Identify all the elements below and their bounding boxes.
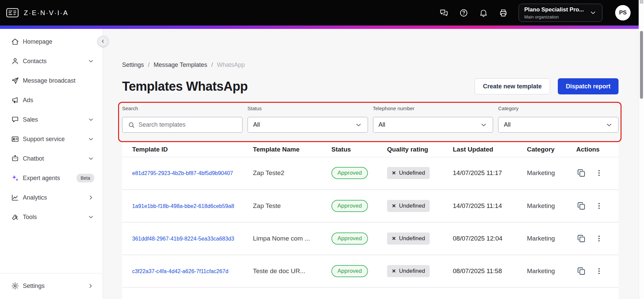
status-select[interactable]: All xyxy=(248,117,368,133)
title-actions: Create new template Dispatch report xyxy=(475,78,619,94)
filter-telephone-number: Telephone number All xyxy=(373,105,493,133)
cell-quality-rating: ✕ Undefined xyxy=(377,157,443,189)
chevron-down-icon xyxy=(480,121,487,129)
category-select[interactable]: All xyxy=(498,117,619,133)
cell-actions xyxy=(566,157,619,189)
home-icon xyxy=(11,38,19,46)
organization-selector[interactable]: Plano Specialist Pro... Main organizatio… xyxy=(519,4,602,22)
status-badge: Approved xyxy=(331,200,368,212)
sidebar-item-ads[interactable]: Ads xyxy=(0,90,103,110)
organization-texts: Plano Specialist Pro... Main organizatio… xyxy=(524,6,584,19)
scrollbar-corner xyxy=(640,0,643,4)
sidebar-item-label: Homepage xyxy=(23,38,52,45)
sidebar-item-label: Support service xyxy=(23,136,65,143)
chevron-down-icon xyxy=(605,121,613,129)
scrollbar-thumb[interactable] xyxy=(640,31,643,99)
row-menu-button[interactable] xyxy=(594,266,604,276)
cell-actions xyxy=(566,189,619,222)
page-title: Templates WhatsApp xyxy=(122,79,248,94)
chevron-down-icon xyxy=(355,121,362,129)
zenvia-logo[interactable]: Z·E·N·V·I·A xyxy=(5,6,68,20)
status-label: Status xyxy=(248,105,368,112)
sidebar-item-settings[interactable]: Settings xyxy=(0,276,102,296)
row-actions xyxy=(576,266,616,276)
main-content: Settings / Message Templates / WhatsApp … xyxy=(103,29,644,299)
cell-status: Approved xyxy=(321,222,377,255)
line-chart-icon xyxy=(11,194,19,202)
row-actions xyxy=(576,233,616,244)
sidebar-item-sales[interactable]: Sales xyxy=(0,110,103,129)
header-template-id: Template ID xyxy=(122,142,243,157)
filter-search: Search xyxy=(122,105,243,133)
sidebar-item-tools[interactable]: Tools xyxy=(0,207,103,227)
help-button[interactable] xyxy=(459,8,468,17)
sidebar-item-analytics[interactable]: Analytics xyxy=(0,188,103,207)
category-label: Category xyxy=(498,105,619,112)
cell-quality-rating: ✕ Undefined xyxy=(377,255,443,287)
copy-template-button[interactable] xyxy=(576,266,586,276)
table-row: 1a91e1bb-f18b-498a-bbe2-618d6ceb59a8 Zap… xyxy=(122,189,619,222)
kebab-menu-icon xyxy=(595,202,603,210)
status-badge: Approved xyxy=(331,167,368,179)
breadcrumb: Settings / Message Templates / WhatsApp xyxy=(122,61,644,69)
template-id-link[interactable]: 361ddf48-2967-41b9-8224-5ea33ca683d3 xyxy=(132,236,234,242)
id-card-icon xyxy=(11,135,19,143)
row-menu-button[interactable] xyxy=(594,168,604,178)
sidebar-settings-section: Settings xyxy=(0,273,102,299)
table-row: e81d2795-2923-4b2b-bf87-4bf5d9b90407 Zap… xyxy=(122,157,619,189)
tools-icon xyxy=(11,213,19,221)
sidebar-item-label: Sales xyxy=(23,116,38,123)
template-id-link[interactable]: c3f22a37-c4fa-4d42-a626-7f11cfac267d xyxy=(132,268,228,274)
create-new-template-button[interactable]: Create new template xyxy=(475,78,550,94)
sidebar-item-expert-agents[interactable]: Expert agents Beta xyxy=(0,168,103,188)
cell-status: Approved xyxy=(321,189,377,222)
sidebar-item-support-service[interactable]: Support service xyxy=(0,129,103,149)
print-button[interactable] xyxy=(499,8,508,17)
sidebar-collapse-button[interactable] xyxy=(98,36,108,47)
row-menu-button[interactable] xyxy=(594,201,604,211)
cell-actions xyxy=(566,255,619,287)
chevron-down-icon xyxy=(88,116,94,123)
kebab-menu-icon xyxy=(595,267,603,275)
topbar-actions xyxy=(439,8,508,17)
cell-last-updated: 08/07/2025 12:04 xyxy=(443,222,517,255)
category-select-value: All xyxy=(504,121,511,128)
search-control xyxy=(122,117,243,133)
user-avatar[interactable]: PS xyxy=(615,5,631,20)
breadcrumb-message-templates[interactable]: Message Templates xyxy=(154,61,207,69)
breadcrumb-settings[interactable]: Settings xyxy=(122,61,144,69)
templates-table: Template ID Template Name Status Quality… xyxy=(122,142,619,299)
zenvia-logo-text: Z·E·N·V·I·A xyxy=(24,9,68,17)
topbar: Z·E·N·V·I·A xyxy=(0,0,644,26)
sidebar-item-homepage[interactable]: Homepage xyxy=(0,32,103,51)
cell-actions xyxy=(566,222,619,255)
kebab-menu-icon xyxy=(595,234,603,243)
copy-template-button[interactable] xyxy=(576,233,586,244)
row-menu-button[interactable] xyxy=(594,234,604,243)
chevron-right-icon xyxy=(87,283,94,289)
header-status: Status xyxy=(321,142,377,157)
cell-template-name: Teste de doc UR... xyxy=(243,255,321,287)
cell-category: Marketing xyxy=(517,157,566,189)
sidebar-item-label: Tools xyxy=(23,214,37,221)
template-id-link[interactable]: 1a91e1bb-f18b-498a-bbe2-618d6ceb59a8 xyxy=(132,203,234,209)
page-scrollbar[interactable] xyxy=(639,0,644,299)
sidebar: Homepage Contacts Message broadcast Ads … xyxy=(0,29,103,299)
telephone-number-select[interactable]: All xyxy=(373,117,493,133)
copy-template-button[interactable] xyxy=(576,168,586,178)
chevron-left-icon xyxy=(100,38,106,44)
notifications-button[interactable] xyxy=(479,8,488,17)
copy-icon xyxy=(577,169,586,177)
template-id-link[interactable]: e81d2795-2923-4b2b-bf87-4bf5d9b90407 xyxy=(132,170,233,176)
conversations-button[interactable] xyxy=(439,8,448,17)
search-input[interactable] xyxy=(139,121,237,128)
sidebar-item-contacts[interactable]: Contacts xyxy=(0,51,103,71)
copy-template-button[interactable] xyxy=(576,201,586,211)
chat-bubbles-icon xyxy=(439,8,448,17)
cell-template-name: Zap Teste2 xyxy=(243,157,321,189)
breadcrumb-whatsapp: WhatsApp xyxy=(217,61,245,69)
sidebar-item-chatbot[interactable]: Chatbot xyxy=(0,149,103,168)
gear-icon xyxy=(11,282,19,290)
dispatch-report-button[interactable]: Dispatch report xyxy=(558,78,619,94)
sidebar-item-message-broadcast[interactable]: Message broadcast xyxy=(0,71,103,90)
